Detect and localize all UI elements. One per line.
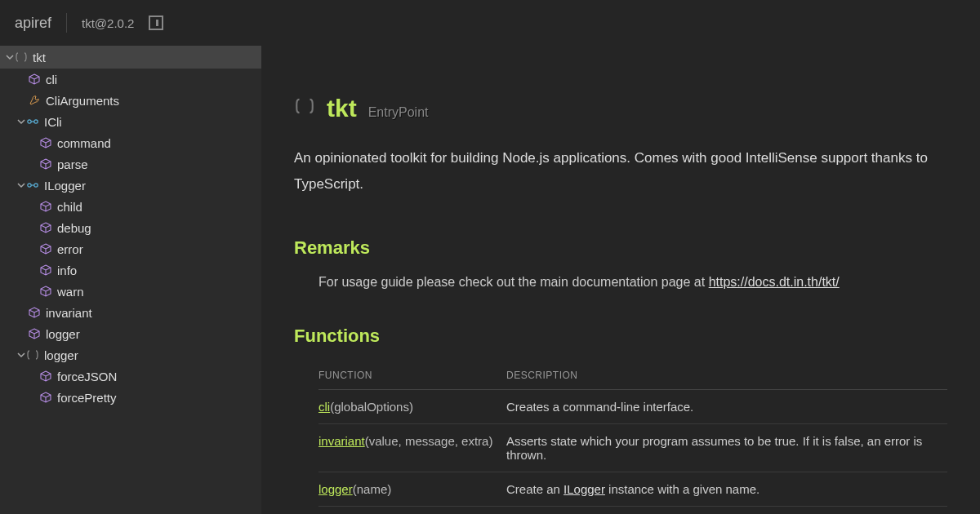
- remarks-heading: Remarks: [294, 237, 947, 259]
- sidebar-item-warn[interactable]: warn: [0, 281, 261, 302]
- sidebar-item-logger[interactable]: logger: [0, 323, 261, 344]
- remarks-text: For usage guide please check out the mai…: [318, 275, 709, 289]
- cube-icon: [39, 264, 52, 277]
- sidebar-item-label: command: [57, 136, 111, 150]
- sidebar-item-invariant[interactable]: invariant: [0, 302, 261, 323]
- sidebar-item-info[interactable]: info: [0, 259, 261, 281]
- type-link[interactable]: ILogger: [564, 482, 605, 496]
- sidebar-item-cliarguments[interactable]: CliArguments: [0, 90, 261, 111]
- cube-icon: [39, 242, 52, 255]
- wrench-icon: [28, 94, 41, 107]
- chevron-down-icon: [5, 52, 15, 62]
- sidebar-item-command[interactable]: command: [0, 132, 261, 153]
- sidebar-item-label: error: [57, 242, 83, 256]
- cube-icon: [39, 157, 52, 171]
- namespace-icon: [26, 348, 39, 361]
- sidebar-item-forcejson[interactable]: forceJSON: [0, 366, 261, 387]
- header-divider: [66, 13, 67, 33]
- col-function: FUNCTION: [318, 363, 506, 390]
- main-content: tkt EntryPoint An opinionated toolkit fo…: [261, 46, 980, 514]
- sidebar-item-label: CliArguments: [46, 94, 119, 108]
- sidebar-item-label: debug: [57, 221, 91, 235]
- cube-icon: [39, 221, 52, 234]
- sidebar-item-ilogger[interactable]: ILogger: [0, 175, 261, 196]
- sidebar-item-logger[interactable]: logger: [0, 344, 261, 366]
- fn-link-invariant[interactable]: invariant: [318, 434, 365, 448]
- package-name: tkt@2.0.2: [82, 16, 134, 30]
- sidebar-item-forcepretty[interactable]: forcePretty: [0, 387, 261, 408]
- sidebar-item-cli[interactable]: cli: [0, 69, 261, 90]
- table-row: logger(name)Create an ILogger instance w…: [318, 472, 947, 506]
- functions-table: FUNCTION DESCRIPTION cli(globalOptions)C…: [318, 363, 947, 507]
- sidebar-root-label: tkt: [33, 51, 46, 64]
- sidebar-item-label: info: [57, 264, 77, 277]
- namespace-icon: [294, 95, 315, 119]
- sidebar-item-label: ICli: [44, 115, 62, 129]
- sidebar-item-label: forceJSON: [57, 370, 117, 383]
- page-title: tkt: [327, 95, 357, 122]
- sidebar-item-parse[interactable]: parse: [0, 153, 261, 175]
- cube-icon: [39, 370, 52, 383]
- fn-description: Create an ILogger instance with a given …: [506, 472, 947, 506]
- sidebar-item-label: invariant: [46, 306, 92, 320]
- sidebar-item-label: child: [57, 200, 82, 214]
- sidebar-item-label: logger: [44, 348, 78, 362]
- header: apiref tkt@2.0.2: [0, 0, 980, 46]
- functions-heading: Functions: [294, 326, 947, 347]
- fn-signature: (globalOptions): [330, 400, 413, 414]
- sidebar-item-label: ILogger: [44, 179, 86, 193]
- sidebar-item-icli[interactable]: ICli: [0, 111, 261, 132]
- sidebar-item-label: cli: [46, 73, 57, 86]
- cube-icon: [39, 391, 52, 404]
- fn-link-cli[interactable]: cli: [318, 400, 330, 414]
- cube-icon: [39, 285, 52, 298]
- interface-icon: [26, 115, 39, 128]
- sidebar-item-label: parse: [57, 157, 88, 171]
- sidebar-item-label: warn: [57, 285, 84, 299]
- sidebar: tkt cliCliArgumentsIClicommandparseILogg…: [0, 46, 261, 514]
- fn-signature: (value, message, extra): [365, 434, 493, 448]
- chevron-down-icon: [16, 350, 26, 360]
- sidebar-item-label: logger: [46, 327, 80, 341]
- npm-icon[interactable]: [149, 16, 163, 30]
- remarks-body: For usage guide please check out the mai…: [294, 275, 947, 290]
- sidebar-item-child[interactable]: child: [0, 196, 261, 217]
- remarks-link[interactable]: https://docs.dt.in.th/tkt/: [709, 275, 840, 289]
- table-row: cli(globalOptions)Creates a command-line…: [318, 389, 947, 423]
- cube-icon: [28, 327, 41, 340]
- chevron-down-icon: [16, 180, 26, 190]
- cube-icon: [39, 200, 52, 213]
- fn-signature: (name): [353, 482, 392, 496]
- fn-description: Asserts state which your program assumes…: [506, 423, 947, 472]
- title-row: tkt EntryPoint: [294, 95, 947, 122]
- col-description: DESCRIPTION: [506, 363, 947, 390]
- fn-cell: invariant(value, message, extra): [318, 423, 506, 472]
- sidebar-item-error[interactable]: error: [0, 238, 261, 259]
- brand-name[interactable]: apiref: [15, 15, 51, 32]
- table-row: invariant(value, message, extra)Asserts …: [318, 423, 947, 472]
- sidebar-item-debug[interactable]: debug: [0, 217, 261, 238]
- fn-description: Creates a command-line interface.: [506, 389, 947, 423]
- entrypoint-badge: EntryPoint: [368, 105, 429, 120]
- sidebar-item-label: forcePretty: [57, 391, 117, 405]
- cube-icon: [28, 306, 41, 319]
- fn-cell: cli(globalOptions): [318, 389, 506, 423]
- namespace-icon: [15, 51, 28, 64]
- interface-icon: [26, 179, 39, 192]
- fn-link-logger[interactable]: logger: [318, 482, 353, 496]
- cube-icon: [28, 73, 41, 86]
- chevron-down-icon: [16, 117, 26, 126]
- summary-text: An opinionated toolkit for building Node…: [294, 145, 947, 198]
- cube-icon: [39, 136, 52, 149]
- sidebar-root[interactable]: tkt: [0, 46, 261, 69]
- fn-cell: logger(name): [318, 472, 506, 506]
